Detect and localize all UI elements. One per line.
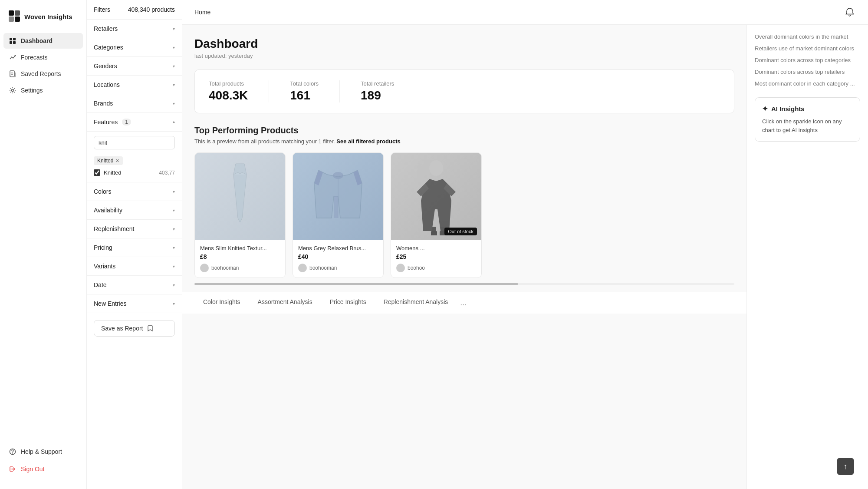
tab-more[interactable]: ...	[457, 292, 470, 314]
filter-row-replenishment[interactable]: Replenishment ▾	[87, 220, 182, 238]
topbar: Home	[182, 0, 868, 25]
filter-row-pricing[interactable]: Pricing ▾	[87, 238, 182, 257]
right-panel-link-4[interactable]: Most dominant color in each category ...	[755, 80, 860, 87]
stat-label-colors: Total colors	[290, 80, 319, 87]
filter-label-availability: Availability	[94, 207, 122, 214]
knitted-checkbox[interactable]	[94, 169, 100, 176]
right-panel-link-3[interactable]: Dominant colors across top retailers	[755, 69, 860, 75]
stat-divider-2	[339, 80, 340, 102]
filter-row-variants[interactable]: Variants ▾	[87, 257, 182, 276]
product-retailer-1: boohooman	[200, 264, 280, 272]
save-btn-label: Save as Report	[101, 325, 143, 332]
retailer-name-3: boohoo	[408, 265, 425, 271]
svg-rect-2	[9, 17, 14, 22]
product-card-1[interactable]: Mens Slim Knitted Textur... £8 boohooman	[194, 152, 286, 278]
tab-price-insights[interactable]: Price Insights	[321, 292, 375, 314]
sidebar-help[interactable]: Help & Support	[3, 444, 83, 459]
product-name-2: Mens Grey Relaxed Brus...	[298, 245, 378, 251]
dashboard-icon	[9, 37, 16, 45]
tab-assortment-analysis[interactable]: Assortment Analysis	[249, 292, 321, 314]
svg-point-17	[429, 160, 443, 176]
svg-rect-6	[10, 41, 12, 44]
filter-features-expanded: Knitted ✕ Knitted 403,77	[87, 132, 182, 182]
filter-row-features[interactable]: Features 1 ▾	[87, 113, 182, 132]
filter-row-colors[interactable]: Colors ▾	[87, 182, 182, 201]
filter-label-colors: Colors	[94, 188, 111, 195]
svg-rect-7	[13, 41, 16, 44]
sign-out-icon	[9, 465, 16, 473]
bottom-tabs: Color Insights Assortment Analysis Price…	[182, 292, 746, 314]
right-panel-link-0[interactable]: Overall dominant colors in the market	[755, 33, 860, 40]
topbar-title: Home	[194, 9, 210, 16]
sidebar-item-label: Saved Reports	[21, 70, 61, 77]
filter-row-new-entries[interactable]: New Entries ▾	[87, 294, 182, 313]
content-area: Dashboard last updated: yesterday Total …	[182, 25, 868, 489]
product-card-3[interactable]: Out of stock Womens ... £25 boohoo	[391, 152, 482, 278]
filter-row-genders[interactable]: Genders ▾	[87, 57, 182, 76]
notification-bell[interactable]	[844, 6, 856, 18]
dashboard-content: Dashboard last updated: yesterday Total …	[182, 25, 746, 489]
ai-insights-title: AI Insights	[771, 105, 805, 112]
knitted-count: 403,77	[159, 170, 175, 176]
ai-insights-description: Click on the sparkle icon on any chart t…	[762, 117, 853, 134]
features-badge: 1	[122, 119, 131, 126]
features-tag-label: Knitted	[97, 158, 113, 164]
see-all-link[interactable]: See all filtered products	[336, 138, 400, 145]
retailer-avatar-2	[298, 264, 307, 272]
right-panel-links: Overall dominant colors in the market Re…	[755, 33, 860, 87]
features-search-input[interactable]	[94, 136, 175, 149]
svg-rect-0	[9, 10, 14, 16]
stat-value-retailers: 189	[361, 89, 394, 102]
sidebar-help-label: Help & Support	[21, 448, 62, 455]
sidebar-item-settings[interactable]: Settings	[3, 83, 83, 98]
filter-row-categories[interactable]: Categories ▾	[87, 38, 182, 57]
sidebar-item-label: Forecasts	[21, 54, 47, 61]
scroll-thumb	[194, 283, 518, 285]
features-tag-close[interactable]: ✕	[115, 158, 119, 164]
chevron-down-icon: ▾	[173, 83, 175, 87]
retailer-name-2: boohooman	[309, 265, 337, 271]
filter-label-date: Date	[94, 281, 107, 288]
filter-row-date[interactable]: Date ▾	[87, 276, 182, 294]
chevron-down-icon: ▾	[173, 208, 175, 213]
stat-divider-1	[269, 80, 269, 102]
filter-row-retailers[interactable]: Retailers ▾	[87, 20, 182, 38]
sidebar-item-forecasts[interactable]: Forecasts	[3, 50, 83, 65]
chevron-down-icon: ▾	[173, 227, 175, 231]
scroll-to-top-button[interactable]: ↑	[837, 458, 854, 475]
knitted-label: Knitted	[104, 169, 121, 176]
sidebar-sign-out[interactable]: Sign Out	[3, 461, 83, 477]
sidebar-nav: Dashboard Forecasts Saved Reports	[0, 33, 86, 439]
product-retailer-2: boohooman	[298, 264, 378, 272]
products-grid: Mens Slim Knitted Textur... £8 boohooman	[194, 152, 734, 278]
chevron-down-icon: ▾	[173, 301, 175, 306]
filter-row-label-features: Features 1	[94, 119, 131, 126]
svg-rect-18	[431, 231, 437, 235]
svg-point-14	[12, 453, 13, 454]
horizontal-scrollbar[interactable]	[194, 283, 734, 285]
filter-header-label: Filters	[94, 6, 110, 13]
features-tag-knitted: Knitted ✕	[94, 156, 123, 165]
filter-row-locations[interactable]: Locations ▾	[87, 76, 182, 94]
product-price-1: £8	[200, 253, 280, 260]
bookmark-icon	[147, 325, 154, 332]
ai-insights-card: ✦ AI Insights Click on the sparkle icon …	[755, 97, 860, 142]
right-panel-link-2[interactable]: Dominant colors across top categories	[755, 57, 860, 63]
right-panel-link-1[interactable]: Retailers use of market dominant colors	[755, 45, 860, 52]
chevron-down-icon: ▾	[173, 64, 175, 69]
svg-rect-5	[13, 38, 16, 40]
product-info-1: Mens Slim Knitted Textur... £8 boohooman	[195, 240, 285, 278]
product-card-2[interactable]: Mens Grey Relaxed Brus... £40 boohooman	[293, 152, 384, 278]
sidebar: Woven Insights Dashboard Forecasts	[0, 0, 87, 489]
sidebar-item-dashboard[interactable]: Dashboard	[3, 33, 83, 49]
tab-color-insights[interactable]: Color Insights	[194, 292, 249, 314]
filter-row-availability[interactable]: Availability ▾	[87, 201, 182, 220]
tab-replenishment-analysis[interactable]: Replenishment Analysis	[375, 292, 457, 314]
chevron-down-icon: ▾	[173, 283, 175, 287]
chevron-down-icon: ▾	[173, 26, 175, 31]
svg-rect-9	[10, 71, 14, 77]
sidebar-item-saved-reports[interactable]: Saved Reports	[3, 66, 83, 82]
filter-row-brands[interactable]: Brands ▾	[87, 94, 182, 113]
product-price-3: £25	[396, 253, 476, 260]
save-as-report-button[interactable]: Save as Report	[94, 320, 175, 337]
